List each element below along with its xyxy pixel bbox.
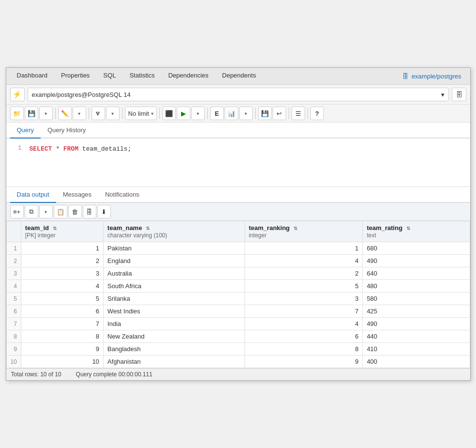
cell-team-ranking[interactable]: 2 [245,267,363,280]
cell-team-ranking[interactable]: 1 [245,242,363,255]
filter-dropdown-button[interactable]: ▾ [106,107,120,120]
tab-dashboard[interactable]: Dashboard [10,68,55,84]
paste-button[interactable]: 📋 [54,205,67,218]
table-row[interactable]: 4 4 South Africa 5 480 [6,280,470,293]
cell-team-ranking[interactable]: 4 [245,255,363,267]
cell-team-id[interactable]: 9 [21,343,103,355]
run-button[interactable]: ▶ [177,107,190,120]
stop-icon: ⬛ [165,110,173,117]
cell-team-name[interactable]: Bangladesh [103,343,245,355]
cell-team-id[interactable]: 5 [21,293,103,305]
open-file-button[interactable]: 📁 [10,107,24,120]
cell-team-name[interactable]: India [103,318,245,330]
copy-dropdown-button[interactable]: ▾ [39,205,53,218]
cell-team-ranking[interactable]: 3 [245,293,363,305]
save-dropdown-button[interactable]: ▾ [39,107,53,120]
tab-statistics[interactable]: Statistics [123,68,161,84]
cell-team-name[interactable]: Srilanka [103,293,245,305]
cell-team-rating[interactable]: 480 [363,280,470,293]
cell-team-name[interactable]: Australia [103,267,245,280]
cell-team-name[interactable]: New Zealand [103,330,245,343]
stop-button[interactable]: ⬛ [162,107,176,120]
edit-dropdown-button[interactable]: ▾ [73,107,86,120]
cell-team-rating[interactable]: 400 [363,355,470,368]
run-dropdown-button[interactable]: ▾ [191,107,205,120]
add-row-button[interactable]: ≡+ [10,205,24,218]
cell-team-rating[interactable]: 680 [363,242,470,255]
cell-team-name[interactable]: Pakistan [103,242,245,255]
copy-button[interactable]: ⧉ [25,205,38,218]
cell-team-ranking[interactable]: 7 [245,305,363,318]
connection-selector[interactable]: example/postgres@PostgreSQL 14 ▾ [28,88,449,101]
separator-8 [307,108,308,119]
tab-dependents[interactable]: Dependents [215,68,263,84]
cell-team-id[interactable]: 10 [21,355,103,368]
cell-team-ranking[interactable]: 8 [245,343,363,355]
col-header-team-id[interactable]: team_id ⇅ [PK] integer [21,221,103,242]
tab-query-history[interactable]: Query History [41,123,92,139]
rollback-button[interactable]: ↩ [273,107,286,120]
table-row[interactable]: 8 8 New Zealand 6 440 [6,330,470,343]
chart-dropdown-button[interactable]: ▾ [239,107,253,120]
cell-team-rating[interactable]: 410 [363,343,470,355]
cell-team-rating[interactable]: 425 [363,305,470,318]
cell-team-id[interactable]: 2 [21,255,103,267]
edit-button[interactable]: ✏️ [58,107,72,120]
sql-content[interactable]: SELECT * FROM team_details; [26,142,470,183]
filter-icon: ⛛ [95,110,101,117]
cell-team-name[interactable]: Afghanistan [103,355,245,368]
table-row[interactable]: 3 3 Australia 2 640 [6,267,470,280]
cell-team-ranking[interactable]: 4 [245,318,363,330]
tab-query[interactable]: Query [10,123,41,139]
help-button[interactable]: ? [310,107,324,120]
macros-button[interactable]: ☰ [292,107,305,120]
cell-team-id[interactable]: 1 [21,242,103,255]
cell-team-rating[interactable]: 490 [363,318,470,330]
cell-team-id[interactable]: 4 [21,280,103,293]
cell-team-rating[interactable]: 490 [363,255,470,267]
explain-button[interactable]: E [210,107,224,120]
cell-team-rating[interactable]: 640 [363,267,470,280]
cell-team-name[interactable]: South Africa [103,280,245,293]
table-row[interactable]: 10 10 Afghanistan 9 400 [6,355,470,368]
table-row[interactable]: 6 6 West Indies 7 425 [6,305,470,318]
cell-team-id[interactable]: 3 [21,267,103,280]
delete-row-button[interactable]: 🗑 [68,205,82,218]
save-button[interactable]: 💾 [25,107,38,120]
col-header-team-rating[interactable]: team_rating ⇅ text [363,221,470,242]
col-header-team-name[interactable]: team_name ⇅ character varying (100) [103,221,245,242]
cell-team-ranking[interactable]: 6 [245,330,363,343]
sql-editor[interactable]: 1 SELECT * FROM team_details; [6,139,470,187]
cell-team-id[interactable]: 6 [21,305,103,318]
limit-selector[interactable]: No limit ▾ [125,107,157,120]
commit-button[interactable]: 💾 [258,107,272,120]
disconnect-button[interactable]: ⚡ [10,88,25,101]
tab-messages[interactable]: Messages [56,187,98,203]
save-icon: 💾 [28,110,35,117]
col-header-team-ranking[interactable]: team_ranking ⇅ integer [245,221,363,242]
tab-properties[interactable]: Properties [54,68,96,84]
tab-data-output[interactable]: Data output [10,187,56,203]
filter-button[interactable]: ⛛ [92,107,105,120]
tab-notifications[interactable]: Notifications [98,187,146,203]
tab-sql[interactable]: SQL [96,68,123,84]
table-row[interactable]: 5 5 Srilanka 3 580 [6,293,470,305]
cell-team-ranking[interactable]: 9 [245,355,363,368]
cell-team-id[interactable]: 7 [21,318,103,330]
cell-team-name[interactable]: West Indies [103,305,245,318]
table-row[interactable]: 9 9 Bangladesh 8 410 [6,343,470,355]
cell-team-ranking[interactable]: 5 [245,280,363,293]
cell-team-rating[interactable]: 440 [363,330,470,343]
table-row[interactable]: 7 7 India 4 490 [6,318,470,330]
download-button[interactable]: ⬇ [97,205,111,218]
table-row[interactable]: 2 2 England 4 490 [6,255,470,267]
cell-team-id[interactable]: 8 [21,330,103,343]
cell-team-rating[interactable]: 580 [363,293,470,305]
save-data-button[interactable]: 🗄 [83,205,96,218]
table-row[interactable]: 1 1 Pakistan 1 680 [6,242,470,255]
chart-button[interactable]: 📊 [225,107,238,120]
cell-team-name[interactable]: England [103,255,245,267]
tab-dependencies[interactable]: Dependencies [161,68,215,84]
server-button[interactable]: 🗄 [452,88,466,101]
rollback-icon: ↩ [276,110,282,117]
